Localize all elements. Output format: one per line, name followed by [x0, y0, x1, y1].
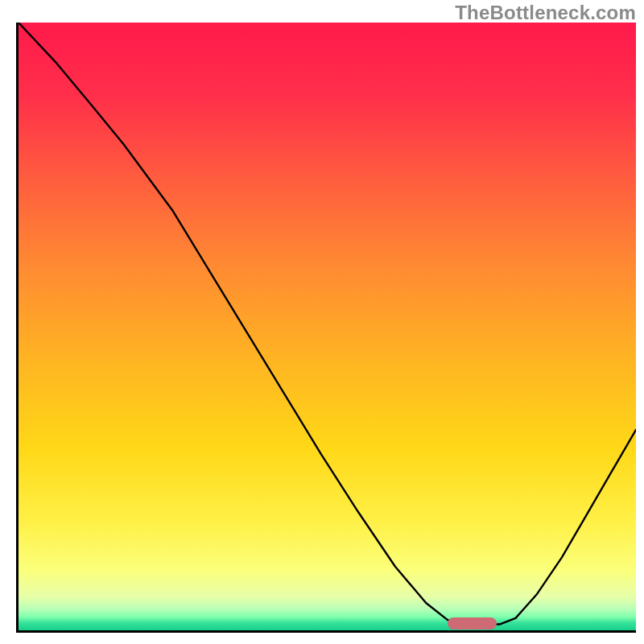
plot-area [16, 23, 636, 633]
optimal-marker [448, 617, 497, 630]
curve-layer [19, 23, 636, 630]
bottleneck-curve [19, 23, 636, 624]
chart-frame: TheBottleneck.com [0, 0, 644, 644]
watermark-label: TheBottleneck.com [455, 2, 636, 24]
